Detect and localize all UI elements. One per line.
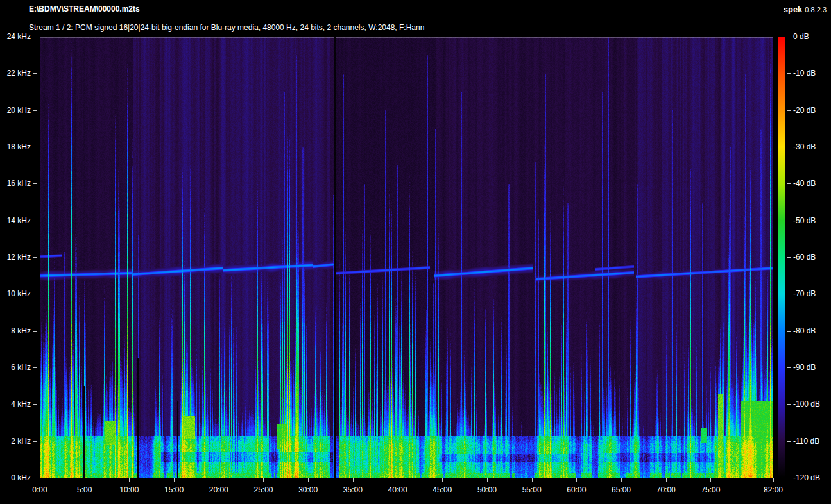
db-tick xyxy=(787,147,791,147)
time-label: 60:00 xyxy=(557,485,595,494)
db-label: -70 dB xyxy=(793,289,816,298)
db-tick xyxy=(787,404,791,405)
file-path: E:\BDMV\STREAM\00000.m2ts xyxy=(29,4,140,13)
time-tick xyxy=(85,478,85,482)
freq-label: 16 kHz xyxy=(0,179,31,188)
freq-label: 6 kHz xyxy=(0,363,31,372)
db-label: -10 dB xyxy=(793,69,816,78)
time-label: 75:00 xyxy=(691,485,730,494)
time-tick xyxy=(40,478,40,482)
time-label: 45:00 xyxy=(423,485,461,494)
time-label: 10:00 xyxy=(110,485,148,494)
freq-tick xyxy=(33,221,37,221)
freq-tick xyxy=(33,147,37,147)
db-label: -50 dB xyxy=(793,216,816,225)
freq-label: 4 kHz xyxy=(0,399,31,408)
db-tick xyxy=(787,294,791,294)
time-label: 20:00 xyxy=(200,485,238,494)
time-tick xyxy=(773,478,774,482)
freq-label: 12 kHz xyxy=(0,253,31,262)
time-tick xyxy=(353,478,354,482)
freq-label: 2 kHz xyxy=(0,437,31,446)
time-tick xyxy=(532,478,533,482)
freq-label: 22 kHz xyxy=(0,69,31,78)
app-name: spek xyxy=(784,4,803,14)
db-label: -80 dB xyxy=(793,326,816,335)
app-version: 0.8.2.3 xyxy=(805,6,827,13)
time-label: 55:00 xyxy=(513,485,551,494)
db-tick xyxy=(787,37,791,37)
spek-window: { "header": { "file_path": "E:\\BDMV\\ST… xyxy=(0,0,831,504)
db-label: -30 dB xyxy=(793,142,816,151)
freq-label: 24 kHz xyxy=(0,32,31,41)
time-tick xyxy=(487,478,488,482)
freq-tick xyxy=(33,37,37,37)
db-label: -100 dB xyxy=(793,399,820,408)
freq-tick xyxy=(33,257,37,258)
db-label: -40 dB xyxy=(793,179,816,188)
db-label: -60 dB xyxy=(793,253,816,262)
db-tick xyxy=(787,183,791,184)
freq-tick xyxy=(33,73,37,74)
freq-tick xyxy=(33,478,37,478)
freq-label: 0 kHz xyxy=(0,473,31,482)
db-label: 0 dB xyxy=(793,32,809,41)
time-tick xyxy=(666,478,667,482)
time-label: 15:00 xyxy=(155,485,193,494)
time-label: 35:00 xyxy=(334,485,372,494)
freq-label: 18 kHz xyxy=(0,142,31,151)
time-tick xyxy=(576,478,577,482)
db-tick xyxy=(787,478,791,478)
freq-label: 14 kHz xyxy=(0,216,31,225)
freq-tick xyxy=(33,367,37,368)
freq-label: 20 kHz xyxy=(0,106,31,115)
db-tick xyxy=(787,221,791,221)
db-label: -90 dB xyxy=(793,363,816,372)
time-label: 70:00 xyxy=(647,485,685,494)
freq-label: 8 kHz xyxy=(0,326,31,335)
time-label: 65:00 xyxy=(602,485,640,494)
freq-tick xyxy=(33,183,37,184)
freq-tick xyxy=(33,331,37,332)
time-tick xyxy=(174,478,175,482)
db-tick xyxy=(787,331,791,332)
time-tick xyxy=(621,478,622,482)
db-tick xyxy=(787,110,791,111)
freq-tick xyxy=(33,404,37,405)
spectrogram-canvas xyxy=(40,37,773,478)
time-tick xyxy=(129,478,130,482)
app-brand: spek0.8.2.3 xyxy=(784,4,827,14)
db-tick xyxy=(787,441,791,442)
db-gradient-bar xyxy=(778,37,785,478)
db-label: -110 dB xyxy=(793,437,819,446)
time-label: 5:00 xyxy=(65,485,104,494)
db-tick xyxy=(787,73,791,74)
time-tick xyxy=(442,478,443,482)
time-tick xyxy=(398,478,398,482)
time-tick xyxy=(710,478,711,482)
db-tick xyxy=(787,257,791,258)
time-tick xyxy=(219,478,219,482)
stream-info: Stream 1 / 2: PCM signed 16|20|24-bit bi… xyxy=(29,23,424,32)
time-tick xyxy=(263,478,264,482)
time-label: 0:00 xyxy=(21,485,59,494)
freq-tick xyxy=(33,441,37,442)
time-label: 30:00 xyxy=(289,485,327,494)
time-tick xyxy=(308,478,309,482)
time-label: 25:00 xyxy=(244,485,282,494)
time-label: 40:00 xyxy=(379,485,417,494)
db-label: -20 dB xyxy=(793,106,816,115)
time-label: 82:00 xyxy=(754,485,792,494)
db-label: -120 dB xyxy=(793,473,820,482)
db-tick xyxy=(787,367,791,368)
freq-label: 10 kHz xyxy=(0,289,31,298)
freq-tick xyxy=(33,110,37,111)
time-label: 50:00 xyxy=(468,485,506,494)
freq-tick xyxy=(33,294,37,294)
